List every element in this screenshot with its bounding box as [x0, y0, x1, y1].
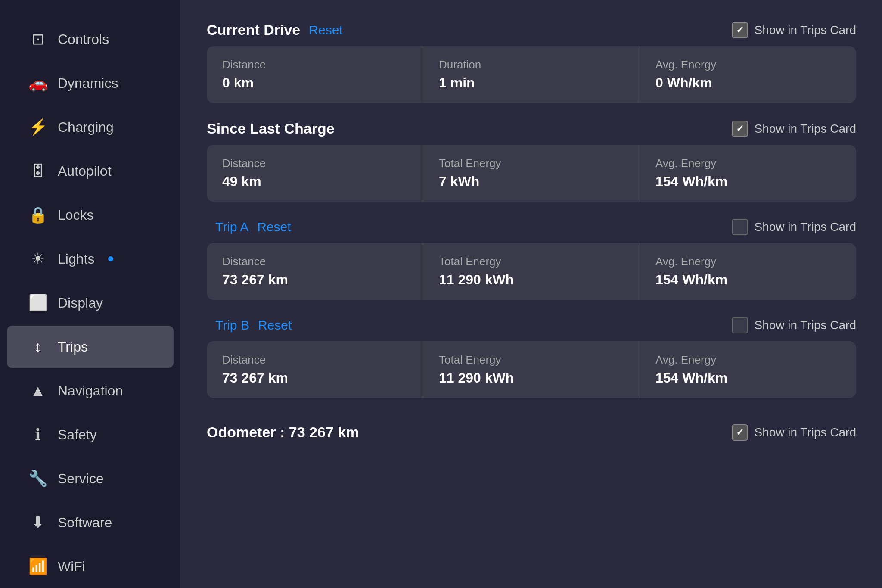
- sidebar-item-service[interactable]: 🔧 Service: [7, 457, 174, 500]
- odometer-checkbox[interactable]: [732, 424, 748, 441]
- sidebar-item-display[interactable]: ⬜ Display: [7, 282, 174, 324]
- sidebar-item-label: Navigation: [58, 383, 123, 399]
- software-icon: ⬇: [28, 513, 47, 532]
- sidebar-item-label: Service: [58, 471, 104, 487]
- sidebar-item-label: Display: [58, 295, 103, 311]
- odometer-label: Odometer : 73 267 km: [207, 424, 359, 441]
- since-last-charge-avg-energy-value: 154 Wh/km: [655, 174, 841, 190]
- current-drive-distance-value: 0 km: [222, 75, 407, 91]
- odometer-show-trips[interactable]: Show in Trips Card: [732, 424, 856, 441]
- lights-dot: [108, 256, 113, 261]
- trip-a-show-trips[interactable]: Show in Trips Card: [732, 219, 856, 235]
- trip-a-avg-energy-cell: Avg. Energy 154 Wh/km: [640, 243, 856, 300]
- current-drive-distance-cell: Distance 0 km: [207, 46, 423, 103]
- trip-a-distance-label: Distance: [222, 255, 407, 268]
- since-last-charge-checkbox[interactable]: [732, 121, 748, 137]
- trip-a-checkbox[interactable]: [732, 219, 748, 235]
- trip-a-show-trips-label: Show in Trips Card: [754, 220, 856, 234]
- sidebar-item-label: WiFi: [58, 559, 85, 575]
- current-drive-show-trips[interactable]: Show in Trips Card: [732, 22, 856, 38]
- trip-a-total-energy-value: 11 290 kWh: [439, 272, 624, 288]
- trip-a-header: Trip A Reset Show in Trips Card: [207, 219, 856, 235]
- controls-icon: ⊡: [28, 30, 47, 48]
- trip-a-avg-energy-label: Avg. Energy: [655, 255, 841, 268]
- sidebar-item-safety[interactable]: ℹ Safety: [7, 414, 174, 456]
- since-last-charge-total-energy-label: Total Energy: [439, 157, 624, 170]
- trip-b-total-energy-cell: Total Energy 11 290 kWh: [423, 341, 640, 398]
- odometer-show-trips-label: Show in Trips Card: [754, 426, 856, 439]
- current-drive-reset[interactable]: Reset: [309, 23, 342, 37]
- trip-b-title-group: Trip B Reset: [207, 318, 292, 333]
- trip-b-section: Trip B Reset Show in Trips Card Distance…: [207, 317, 856, 398]
- wifi-icon: 📶: [28, 557, 47, 576]
- trip-b-show-trips[interactable]: Show in Trips Card: [732, 317, 856, 333]
- trip-b-card: Distance 73 267 km Total Energy 11 290 k…: [207, 341, 856, 398]
- current-drive-duration-cell: Duration 1 min: [423, 46, 640, 103]
- since-last-charge-avg-energy-label: Avg. Energy: [655, 157, 841, 170]
- sidebar-item-label: Safety: [58, 427, 97, 443]
- sidebar-item-locks[interactable]: 🔒 Locks: [7, 194, 174, 236]
- trip-b-reset[interactable]: Reset: [258, 318, 292, 333]
- sidebar-item-label: Trips: [58, 339, 88, 355]
- dynamics-icon: 🚗: [28, 74, 47, 92]
- trip-b-distance-label: Distance: [222, 353, 407, 367]
- trip-a-reset[interactable]: Reset: [257, 220, 291, 234]
- sidebar-item-label: Controls: [58, 31, 109, 47]
- sidebar-item-dynamics[interactable]: 🚗 Dynamics: [7, 62, 174, 104]
- current-drive-avg-energy-value: 0 Wh/km: [655, 75, 841, 91]
- trip-b-show-trips-label: Show in Trips Card: [754, 318, 856, 332]
- trip-a-total-energy-cell: Total Energy 11 290 kWh: [423, 243, 640, 300]
- sidebar-item-label: Software: [58, 515, 112, 531]
- sidebar-item-label: Charging: [58, 119, 114, 135]
- main-content: Current Drive Reset Show in Trips Card D…: [181, 0, 882, 588]
- trip-b-header: Trip B Reset Show in Trips Card: [207, 317, 856, 333]
- current-drive-checkbox[interactable]: [732, 22, 748, 38]
- sidebar-item-charging[interactable]: ⚡ Charging: [7, 106, 174, 148]
- sidebar-item-label: Dynamics: [58, 75, 118, 91]
- trip-a-title: Trip A: [215, 220, 248, 234]
- odometer-section: Odometer : 73 267 km Show in Trips Card: [207, 415, 856, 449]
- trips-icon: ↕: [28, 338, 47, 356]
- since-last-charge-show-trips[interactable]: Show in Trips Card: [732, 121, 856, 137]
- trip-b-checkbox[interactable]: [732, 317, 748, 333]
- sidebar: ⊡ Controls 🚗 Dynamics ⚡ Charging 🎛 Autop…: [0, 0, 181, 588]
- sidebar-item-wifi[interactable]: 📶 WiFi: [7, 545, 174, 588]
- sidebar-item-navigation[interactable]: ▲ Navigation: [7, 370, 174, 412]
- locks-icon: 🔒: [28, 206, 47, 224]
- since-last-charge-title-group: Since Last Charge: [207, 120, 335, 137]
- sidebar-item-autopilot[interactable]: 🎛 Autopilot: [7, 150, 174, 192]
- trip-a-avg-energy-value: 154 Wh/km: [655, 272, 841, 288]
- since-last-charge-total-energy-cell: Total Energy 7 kWh: [423, 145, 640, 202]
- current-drive-duration-label: Duration: [439, 58, 624, 72]
- since-last-charge-avg-energy-cell: Avg. Energy 154 Wh/km: [640, 145, 856, 202]
- trip-b-avg-energy-label: Avg. Energy: [655, 353, 841, 367]
- trip-b-avg-energy-cell: Avg. Energy 154 Wh/km: [640, 341, 856, 398]
- since-last-charge-distance-cell: Distance 49 km: [207, 145, 423, 202]
- since-last-charge-header: Since Last Charge Show in Trips Card: [207, 120, 856, 137]
- trip-a-distance-cell: Distance 73 267 km: [207, 243, 423, 300]
- trip-b-total-energy-label: Total Energy: [439, 353, 624, 367]
- current-drive-distance-label: Distance: [222, 58, 407, 72]
- trip-a-section: Trip A Reset Show in Trips Card Distance…: [207, 219, 856, 300]
- trip-a-title-group: Trip A Reset: [207, 220, 291, 234]
- sidebar-item-trips[interactable]: ↕ Trips: [7, 326, 174, 368]
- trip-a-total-energy-label: Total Energy: [439, 255, 624, 268]
- trip-b-total-energy-value: 11 290 kWh: [439, 370, 624, 386]
- since-last-charge-card: Distance 49 km Total Energy 7 kWh Avg. E…: [207, 145, 856, 202]
- trip-a-card: Distance 73 267 km Total Energy 11 290 k…: [207, 243, 856, 300]
- odometer-row: Odometer : 73 267 km Show in Trips Card: [207, 415, 856, 449]
- current-drive-header: Current Drive Reset Show in Trips Card: [207, 22, 856, 38]
- current-drive-duration-value: 1 min: [439, 75, 624, 91]
- sidebar-item-label: Autopilot: [58, 163, 112, 179]
- display-icon: ⬜: [28, 294, 47, 312]
- trip-a-distance-value: 73 267 km: [222, 272, 407, 288]
- current-drive-title-group: Current Drive Reset: [207, 22, 343, 38]
- current-drive-card: Distance 0 km Duration 1 min Avg. Energy…: [207, 46, 856, 103]
- navigation-icon: ▲: [28, 382, 47, 400]
- sidebar-item-software[interactable]: ⬇ Software: [7, 501, 174, 544]
- current-drive-avg-energy-cell: Avg. Energy 0 Wh/km: [640, 46, 856, 103]
- since-last-charge-distance-value: 49 km: [222, 174, 407, 190]
- since-last-charge-title: Since Last Charge: [207, 120, 335, 137]
- sidebar-item-controls[interactable]: ⊡ Controls: [7, 18, 174, 60]
- sidebar-item-lights[interactable]: ☀ Lights: [7, 238, 174, 280]
